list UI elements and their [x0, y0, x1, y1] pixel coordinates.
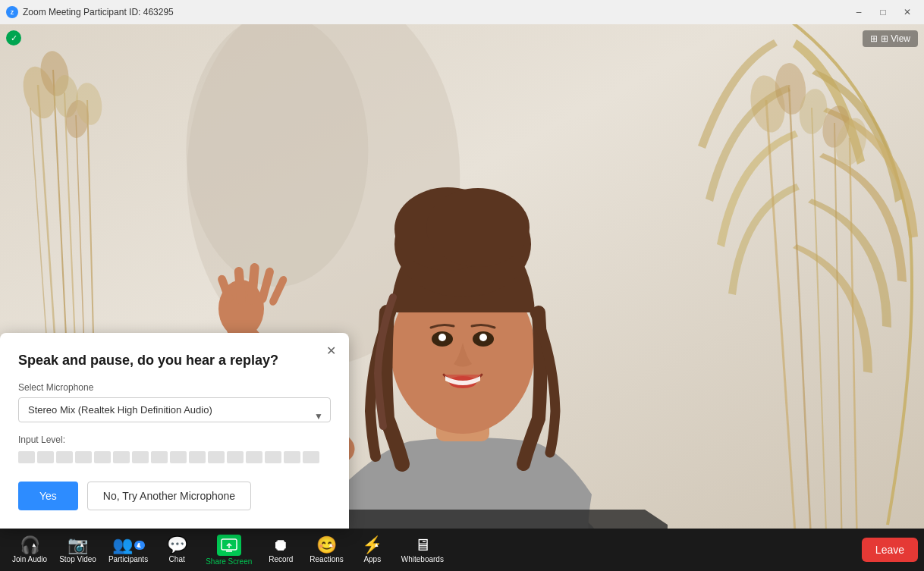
window-title: Zoom Meeting Participant ID: 463295: [23, 7, 174, 17]
input-level-label: Input Level:: [18, 435, 331, 445]
view-label: ⊞ View: [881, 33, 910, 44]
mic-select-label: Select Microphone: [18, 382, 331, 393]
share-screen-icon: [217, 535, 241, 556]
stop-video-icon-group: 📷 ▲: [68, 537, 88, 554]
window-controls: – □ ✕: [848, 3, 918, 21]
toolbar: 🎧 ▲ Join Audio 📷 ▲ Stop Video 👥 1 ▲ Part…: [0, 529, 924, 571]
apps-chevron: ▲: [373, 541, 379, 548]
connection-indicator: [6, 30, 21, 45]
whiteboards-icon: 🖥: [414, 537, 431, 554]
level-bar-14: [265, 451, 281, 463]
level-bar-16: [303, 451, 319, 463]
apps-icon-group: ⚡ ▲: [362, 537, 382, 554]
dialog-buttons: Yes No, Try Another Microphone: [18, 482, 331, 510]
level-bar-5: [94, 451, 111, 463]
stop-video-label: Stop Video: [59, 555, 96, 563]
title-bar-left: Z Zoom Meeting Participant ID: 463295: [6, 6, 174, 18]
level-bar-8: [151, 451, 168, 463]
share-screen-label: Share Screen: [206, 557, 252, 566]
dialog-close-button[interactable]: ✕: [322, 342, 340, 360]
share-screen-button[interactable]: Share Screen: [200, 532, 258, 569]
audio-test-dialog: ✕ Speak and pause, do you hear a replay?…: [0, 333, 349, 529]
title-bar: Z Zoom Meeting Participant ID: 463295 – …: [0, 0, 924, 24]
chat-label: Chat: [169, 555, 185, 563]
mic-select-dropdown[interactable]: Stereo Mix (Realtek High Definition Audi…: [18, 397, 331, 422]
participants-icon: 👥: [112, 537, 133, 554]
reactions-label: Reactions: [310, 555, 343, 563]
record-chevron: ▲: [280, 541, 286, 548]
dialog-title: Speak and pause, do you hear a replay?: [18, 351, 331, 370]
join-audio-icon-group: 🎧 ▲: [20, 537, 40, 554]
no-try-another-button[interactable]: No, Try Another Microphone: [87, 482, 251, 510]
apps-button[interactable]: ⚡ ▲ Apps: [350, 534, 395, 566]
level-bar-2: [37, 451, 54, 463]
svg-point-31: [426, 188, 530, 267]
yes-button[interactable]: Yes: [18, 482, 78, 510]
level-bar-15: [284, 451, 300, 463]
reactions-icon-group: 😊 ▲: [316, 537, 337, 554]
record-icon-group: ⏺ ▲: [272, 537, 289, 554]
level-bar-7: [132, 451, 149, 463]
record-label: Record: [269, 555, 293, 563]
participants-label: Participants: [108, 555, 148, 563]
stop-video-chevron: ▲: [79, 541, 85, 548]
svg-point-34: [438, 334, 446, 341]
participants-button[interactable]: 👥 1 ▲ Participants: [102, 534, 154, 566]
svg-text:Z: Z: [11, 10, 14, 15]
maximize-button[interactable]: □: [872, 3, 894, 21]
reactions-button[interactable]: 😊 ▲ Reactions: [303, 534, 349, 566]
level-bar-9: [170, 451, 187, 463]
leave-button[interactable]: Leave: [862, 538, 918, 562]
minimize-button[interactable]: –: [848, 3, 869, 21]
svg-point-35: [479, 334, 487, 341]
level-bar-4: [75, 451, 92, 463]
view-button[interactable]: ⊞ ⊞ View: [863, 30, 918, 47]
share-screen-svg: [221, 538, 237, 552]
zoom-logo: Z: [6, 6, 18, 18]
join-audio-button[interactable]: 🎧 ▲ Join Audio: [6, 534, 53, 566]
close-button[interactable]: ✕: [897, 3, 918, 21]
chat-button[interactable]: 💬 ▲ Chat: [154, 534, 200, 566]
join-audio-label: Join Audio: [12, 555, 47, 563]
level-bar-1: [18, 451, 35, 463]
reactions-chevron: ▲: [328, 541, 334, 548]
participants-chevron: ▲: [136, 541, 142, 548]
level-bar-6: [113, 451, 130, 463]
level-bar-3: [56, 451, 73, 463]
mic-select-wrapper: Stereo Mix (Realtek High Definition Audi…: [18, 397, 331, 435]
whiteboards-label: Whiteboards: [401, 555, 444, 563]
participants-icon-group: 👥 1 ▲: [112, 537, 145, 554]
apps-label: Apps: [363, 555, 381, 563]
record-button[interactable]: ⏺ ▲ Record: [258, 534, 303, 566]
level-bar-11: [208, 451, 225, 463]
join-audio-chevron: ▲: [31, 541, 37, 548]
stop-video-button[interactable]: 📷 ▲ Stop Video: [53, 534, 102, 566]
level-bar-12: [227, 451, 244, 463]
input-level-bars: [18, 451, 331, 463]
level-bar-10: [189, 451, 206, 463]
view-icon: ⊞: [870, 33, 878, 44]
whiteboards-button[interactable]: 🖥 Whiteboards: [395, 534, 450, 566]
svg-point-4: [186, 24, 368, 287]
chat-chevron: ▲: [178, 541, 184, 548]
chat-icon-group: 💬 ▲: [167, 537, 187, 554]
level-bar-13: [246, 451, 262, 463]
